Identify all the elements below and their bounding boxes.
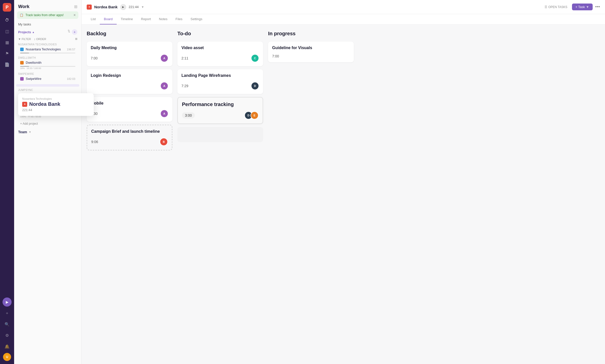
more-options-button[interactable]: ••• [595, 4, 600, 10]
project-item-nordea[interactable] [16, 84, 79, 87]
card-performance-tracking[interactable]: Performance tracking 3:00 D E [177, 97, 263, 124]
card-footer: 9:06 B [91, 138, 168, 146]
card-avatar-2: E [250, 111, 259, 119]
tasks-icon: ☰ [545, 5, 547, 9]
icon-rail: P ⏱ ◫ ▦ ⚑ 📄 ▶ ＋ 🔍 ⚙ 🔔 U [0, 0, 14, 364]
order-icon: ↕ [34, 38, 36, 41]
project-group-nordea [14, 82, 81, 87]
card-footer: 3:00 D E [182, 111, 259, 119]
project-name: Nusantara Technologies [26, 47, 65, 51]
user-avatar[interactable]: U [3, 353, 11, 361]
filter-button[interactable]: ▼ FILTER [18, 38, 31, 41]
add-icon[interactable]: ＋ [3, 309, 12, 318]
track-banner-close[interactable]: ✕ [73, 13, 76, 17]
card-title: Performance tracking [182, 102, 259, 107]
my-tasks-link[interactable]: My tasks [14, 21, 81, 28]
search-icon[interactable]: 🔍 [3, 320, 12, 329]
project-item-nusantara[interactable]: Nusantara Technologies 196:57 [16, 46, 79, 52]
play-button[interactable]: ▶ [3, 297, 12, 307]
grid-icon[interactable]: ⊞ [74, 4, 77, 9]
clock-icon[interactable]: ⏱ [3, 16, 12, 25]
project-color-dot [20, 48, 24, 51]
projects-chevron-icon[interactable]: ▲ [32, 31, 35, 34]
open-tasks-button[interactable]: ☰ OPEN TASKS [543, 4, 569, 10]
card-time: 9:06 [91, 140, 98, 144]
card-footer: 7:00 A [91, 54, 168, 62]
project-company-label: Nusantara Technologies [14, 42, 81, 46]
track-banner[interactable]: 📋 Track tasks from other apps! ✕ [17, 11, 78, 19]
project-item-dwellsmith[interactable]: Dwellsmith [16, 59, 79, 66]
tab-timeline[interactable]: Timeline [117, 14, 137, 24]
card-avatar: A [160, 54, 168, 62]
project-group-nusantara: Nusantara Technologies Nusantara Technol… [14, 42, 81, 55]
project-color-dot [20, 77, 24, 81]
topbar-play-button[interactable]: ▶ [120, 4, 126, 10]
tab-report[interactable]: Report [137, 14, 155, 24]
popup-company: Nusantara Technologies [22, 97, 90, 100]
add-project-button[interactable]: + Add project [16, 120, 79, 127]
team-section[interactable]: Team ▼ [14, 128, 81, 136]
card-time: 2:11 [181, 56, 188, 60]
project-color-dot [20, 61, 24, 64]
card-mobile[interactable]: Mobile 2:30 A [87, 97, 172, 122]
card-login-redesign[interactable]: Login Redesign A [87, 69, 172, 94]
tab-settings[interactable]: Settings [186, 14, 206, 24]
reorder-icon[interactable]: ⇅ [68, 29, 70, 35]
tab-files[interactable]: Files [172, 14, 186, 24]
settings-icon[interactable]: ⚙ [3, 331, 12, 340]
topbar-project-badge: ✦ [87, 5, 92, 10]
card-avatar: C [251, 54, 259, 62]
card-footer: 7:29 D [181, 82, 259, 90]
filter-bar: ▼ FILTER ↕ ORDER ⊞ [14, 36, 81, 42]
tab-list[interactable]: List [87, 14, 100, 24]
chart-bar-icon[interactable]: ▦ [3, 38, 12, 47]
folder-icon[interactable]: ◫ [3, 27, 12, 36]
card-title: Login Redesign [91, 73, 168, 78]
project-company-label: Dwellsmith [14, 55, 81, 59]
card-daily-meeting[interactable]: Daily Meeting 7:00 A [87, 42, 172, 66]
project-company-label: Jumpsync [14, 88, 81, 92]
add-task-button[interactable]: + Task ▼ [572, 4, 593, 10]
project-name: SwipeWire [26, 77, 65, 81]
project-item-swipewire[interactable]: SwipeWire 182:03 [16, 76, 79, 82]
add-task-chevron-icon: ▼ [586, 5, 589, 9]
tab-board[interactable]: Board [100, 14, 117, 24]
project-group-swipewire: SwipeWire SwipeWire 182:03 [14, 71, 81, 82]
card-title: Landing Page Wireframes [181, 73, 259, 78]
topbar-right: ☰ OPEN TASKS + Task ▼ ••• [543, 4, 600, 10]
projects-label: Projects ▲ [18, 30, 35, 34]
projects-list: Nusantara Technologies Nusantara Technol… [14, 42, 81, 364]
sidebar-header: Work ⊞ [14, 0, 81, 11]
card-time: 7:00 [91, 56, 98, 60]
card-avatar: A [160, 82, 168, 90]
sidebar-header-actions: ⊞ [74, 4, 77, 9]
card-title: Guideline for Visuals [272, 46, 350, 50]
card-footer: A [91, 82, 168, 90]
projects-section-header: Projects ▲ ⇅ + [14, 28, 81, 36]
card-time: 7:00 [272, 54, 279, 58]
topbar-chevron-icon[interactable]: ▼ [141, 5, 144, 9]
filter-icon: ▼ [18, 38, 21, 41]
card-title: Campaign Brief and launch timeline [91, 129, 168, 134]
column-backlog: Backlog Daily Meeting 7:00 A Login Redes… [87, 30, 172, 359]
add-project-icon[interactable]: + [72, 29, 77, 35]
card-guideline-visuals[interactable]: Guideline for Visuals 7:00 [268, 42, 354, 62]
bell-icon[interactable]: 🔔 [3, 342, 12, 351]
flag-icon[interactable]: ⚑ [3, 49, 12, 58]
sidebar: Work ⊞ 📋 Track tasks from other apps! ✕ … [14, 0, 82, 364]
file-icon[interactable]: 📄 [3, 60, 12, 69]
tab-notes[interactable]: Notes [155, 14, 172, 24]
card-video-asset[interactable]: Video asset 2:11 C [177, 42, 263, 66]
card-title: Daily Meeting [91, 46, 168, 50]
card-title: Mobile [91, 101, 168, 106]
card-landing-page[interactable]: Landing Page Wireframes 7:29 D [177, 69, 263, 94]
column-in-progress: In progress Guideline for Visuals 7:00 [268, 30, 354, 359]
app-logo[interactable]: P [3, 3, 11, 12]
layout-icon[interactable]: ⊞ [75, 37, 77, 41]
main-content: ✦ Nordea Bank ▶ 221:44 ▼ ☰ OPEN TASKS + … [82, 0, 605, 364]
team-label: Team [18, 130, 27, 134]
order-button[interactable]: ↕ ORDER [34, 38, 46, 41]
card-footer: 2:11 C [181, 54, 259, 62]
card-time: 7:29 [181, 84, 188, 88]
card-campaign-brief[interactable]: Campaign Brief and launch timeline 9:06 … [87, 125, 172, 150]
